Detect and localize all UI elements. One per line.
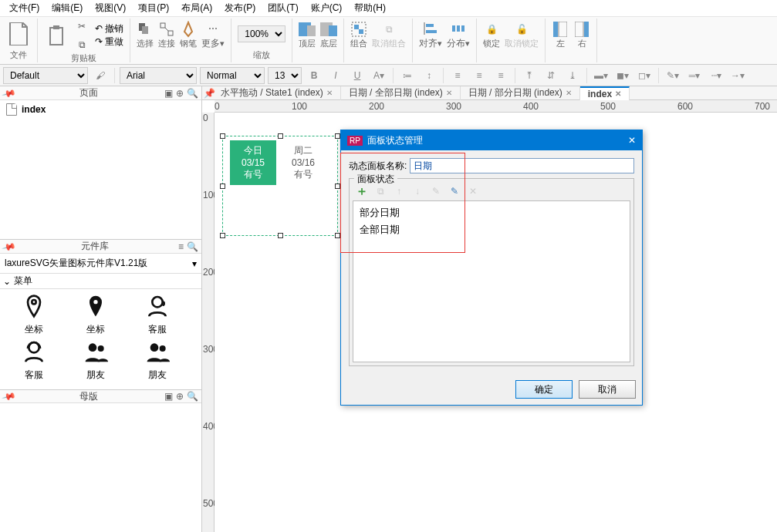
paste-icon[interactable]	[44, 23, 69, 48]
undo-button[interactable]: ↶ 撤销	[95, 22, 123, 35]
search-icon[interactable]: 🔍	[187, 241, 198, 252]
add-folder-icon[interactable]: ▣	[164, 391, 173, 402]
resize-handle[interactable]	[220, 184, 225, 189]
dock-left-icon[interactable]	[552, 21, 569, 38]
move-down-icon[interactable]: ↓	[411, 185, 424, 197]
font-color-icon[interactable]: A▾	[370, 67, 388, 84]
move-up-icon[interactable]: ↑	[393, 185, 405, 197]
distribute-icon[interactable]	[450, 20, 467, 37]
library-select[interactable]: laxureSVG矢量图标元件库V1.21版▾	[0, 254, 201, 274]
resize-handle[interactable]	[220, 133, 225, 139]
lib-menu-icon[interactable]: ≡	[178, 241, 184, 252]
state-list[interactable]: 部分日期 全部日期	[353, 200, 630, 362]
ok-button[interactable]: 确定	[515, 380, 573, 399]
more-tools-icon[interactable]: ⋯	[204, 20, 221, 37]
bold-icon[interactable]: B	[305, 67, 323, 84]
close-icon[interactable]: ✕	[628, 135, 636, 146]
tab-state1[interactable]: 水平拖动 / State1 (index)✕	[213, 86, 341, 100]
resize-handle[interactable]	[335, 133, 340, 139]
border-width-icon[interactable]: ═▾	[685, 67, 704, 84]
new-file-icon[interactable]	[6, 22, 31, 46]
valign-mid-icon[interactable]: ⇵	[542, 67, 560, 84]
state-item-partial[interactable]: 部分日期	[356, 204, 627, 221]
panel-name-input[interactable]	[410, 158, 634, 173]
border-color-icon[interactable]: ✎▾	[664, 67, 682, 84]
search-icon[interactable]: 🔍	[187, 391, 198, 402]
menu-project[interactable]: 项目(P)	[132, 0, 175, 16]
select-tool-icon[interactable]	[137, 21, 154, 38]
resize-handle[interactable]	[278, 133, 283, 139]
dock-right-icon[interactable]	[573, 21, 590, 38]
font-size-select[interactable]: 13	[268, 67, 302, 84]
edit-all-icon[interactable]: ✎	[448, 185, 461, 197]
align-icon[interactable]	[422, 20, 439, 37]
close-icon[interactable]: ✕	[615, 89, 621, 98]
bullets-icon[interactable]: ≔	[398, 67, 417, 84]
lib-item-service1[interactable]: 客服	[127, 294, 188, 339]
menu-view[interactable]: 视图(V)	[89, 0, 132, 16]
menu-team[interactable]: 团队(T)	[262, 0, 304, 16]
cancel-button[interactable]: 取消	[579, 380, 636, 399]
pen-tool-icon[interactable]	[180, 21, 197, 38]
line-height-icon[interactable]: ↕	[420, 67, 438, 84]
inner-shadow-icon[interactable]: ◻▾	[635, 67, 654, 84]
lock-icon[interactable]: 🔒	[483, 21, 500, 38]
add-master-icon[interactable]: ⊕	[176, 391, 184, 402]
bring-front-icon[interactable]	[299, 21, 316, 38]
edit-state-icon[interactable]: ✎	[430, 185, 442, 197]
cut-icon[interactable]: ✂	[73, 18, 90, 35]
fill-color-icon[interactable]: ▬▾	[592, 67, 610, 84]
send-back-icon[interactable]	[320, 21, 337, 38]
lib-item-friend2[interactable]: 朋友	[127, 339, 188, 385]
menu-layout[interactable]: 布局(A)	[175, 0, 218, 16]
align-right-icon[interactable]: ≡	[492, 67, 510, 84]
unlock-icon[interactable]: 🔓	[513, 21, 530, 38]
close-icon[interactable]: ✕	[566, 89, 572, 97]
lib-item-pin2[interactable]: 坐标	[65, 294, 127, 339]
tab-alldate[interactable]: 日期 / 全部日期 (index)✕	[341, 86, 461, 100]
valign-bot-icon[interactable]: ⤓	[563, 67, 582, 84]
border-style-icon[interactable]: ┄▾	[707, 67, 725, 84]
align-center-icon[interactable]: ≡	[470, 67, 488, 84]
add-page-icon[interactable]: ⊕	[176, 88, 184, 99]
outer-shadow-icon[interactable]: ◼▾	[613, 67, 632, 84]
resize-handle[interactable]	[335, 233, 340, 238]
valign-top-icon[interactable]: ⤒	[520, 67, 539, 84]
underline-icon[interactable]: U	[348, 67, 367, 84]
tab-index[interactable]: index✕	[580, 86, 630, 100]
menu-edit[interactable]: 编辑(E)	[46, 0, 89, 16]
lib-item-pin1[interactable]: 坐标	[3, 294, 65, 339]
resize-handle[interactable]	[335, 184, 340, 189]
close-icon[interactable]: ✕	[326, 89, 333, 97]
format-painter-icon[interactable]: 🖌	[91, 67, 110, 84]
search-icon[interactable]: 🔍	[187, 88, 198, 99]
menu-help[interactable]: 帮助(H)	[348, 0, 392, 16]
zoom-select[interactable]: 100%	[238, 25, 285, 42]
arrow-icon[interactable]: →▾	[728, 67, 747, 84]
duplicate-state-icon[interactable]: ⧉	[374, 185, 387, 197]
align-left-icon[interactable]: ≡	[448, 67, 467, 84]
ungroup-icon[interactable]: ⧉	[380, 21, 397, 38]
add-folder-icon[interactable]: ▣	[164, 88, 173, 99]
connect-tool-icon[interactable]	[158, 21, 175, 38]
add-state-icon[interactable]: ＋	[356, 185, 368, 197]
copy-icon[interactable]: ⧉	[73, 36, 90, 53]
lib-category[interactable]: ⌄ 菜单	[0, 274, 201, 289]
menu-account[interactable]: 账户(C)	[305, 0, 349, 16]
lib-item-service2[interactable]: 客服	[3, 339, 65, 385]
group-icon[interactable]	[350, 21, 367, 38]
pin-icon[interactable]: 📌	[204, 88, 213, 99]
date-card-tue[interactable]: 周二 03/16 有号	[280, 140, 326, 185]
delete-state-icon[interactable]: ✕	[467, 185, 479, 197]
state-item-all[interactable]: 全部日期	[356, 221, 627, 238]
close-icon[interactable]: ✕	[446, 89, 452, 97]
lib-item-friend1[interactable]: 朋友	[65, 339, 127, 385]
tree-item-index[interactable]: index	[0, 100, 201, 119]
resize-handle[interactable]	[220, 233, 225, 238]
redo-button[interactable]: ↷ 重做	[95, 35, 123, 49]
font-family-select[interactable]: Arial	[120, 67, 197, 84]
tab-partdate[interactable]: 日期 / 部分日期 (index)✕	[461, 86, 580, 100]
menu-publish[interactable]: 发布(P)	[218, 0, 262, 16]
style-preset-select[interactable]: Default	[3, 67, 88, 84]
date-card-today[interactable]: 今日 03/15 有号	[230, 140, 276, 185]
